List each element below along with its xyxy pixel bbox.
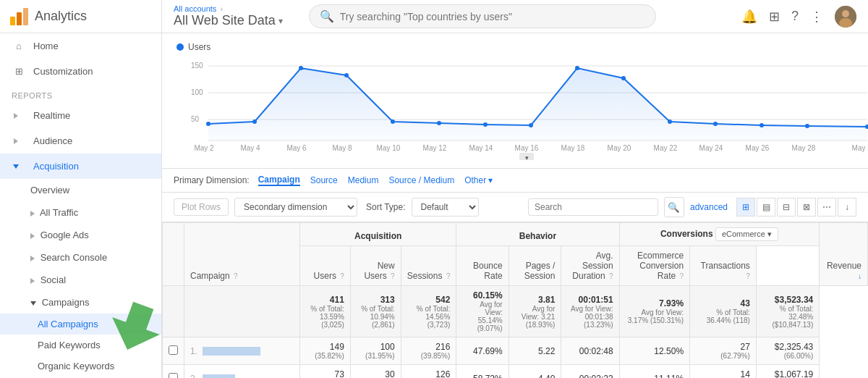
- secondary-dimension-select[interactable]: Secondary dimension: [234, 198, 357, 217]
- sort-type-select[interactable]: Default: [412, 198, 479, 217]
- th-users: Users ?: [300, 246, 351, 286]
- breadcrumb: All accounts ›: [174, 4, 286, 13]
- sidebar-item-google-ads[interactable]: Google Ads: [0, 224, 161, 246]
- sidebar-item-all-campaigns[interactable]: All Campaigns: [0, 314, 161, 335]
- th-sessions: Sessions ?: [401, 246, 456, 286]
- qm-new-users[interactable]: ?: [391, 272, 395, 280]
- view-icons: ⊞ ▤ ⊟ ⊠ ⋯ ↓: [736, 198, 856, 217]
- sidebar-item-social[interactable]: Social: [0, 269, 161, 291]
- row2-checkbox[interactable]: [169, 373, 178, 379]
- sidebar-item-audience[interactable]: Audience: [0, 128, 161, 154]
- plot-rows-button[interactable]: Plot Rows: [174, 198, 229, 216]
- chevron-down-icon: [13, 164, 19, 169]
- home-label: Home: [33, 41, 59, 51]
- paid-keywords-label: Paid Keywords: [38, 340, 101, 350]
- row2-bounce: 58.73%: [456, 365, 509, 379]
- grid-view-icon[interactable]: ⊞: [736, 198, 755, 217]
- account-selector[interactable]: All Web Site Data ▾: [174, 13, 283, 28]
- svg-text:May 18: May 18: [561, 144, 585, 152]
- dim-other[interactable]: Other ▾: [464, 175, 493, 185]
- organic-keywords-label: Organic Keywords: [38, 361, 114, 371]
- qm-users[interactable]: ?: [340, 272, 344, 280]
- sidebar-item-paid-keywords[interactable]: Paid Keywords: [0, 335, 161, 356]
- sidebar-item-all-traffic[interactable]: All Traffic: [0, 201, 161, 224]
- th-campaign: Campaign ?: [184, 223, 300, 286]
- customization-label: Customization: [33, 66, 93, 77]
- data-table-wrapper: Campaign ? Acquisition Behavior Conversi…: [162, 222, 868, 378]
- sidebar-item-realtime[interactable]: Realtime: [0, 103, 161, 128]
- qm-sessions[interactable]: ?: [446, 272, 451, 280]
- sidebar-item-overview[interactable]: Overview: [0, 179, 161, 201]
- search-input[interactable]: [340, 11, 645, 22]
- svg-point-25: [713, 122, 718, 126]
- pivot-view-icon[interactable]: ⊟: [777, 198, 796, 217]
- svg-point-24: [668, 119, 672, 124]
- more-icon[interactable]: ⋮: [810, 9, 823, 25]
- svg-rect-1: [17, 12, 22, 25]
- realtime-icon: [12, 113, 26, 119]
- row1-avg-session: 00:02:48: [561, 337, 619, 365]
- th-bounce: Bounce Rate: [456, 246, 509, 286]
- chevron-right-ads: [30, 233, 35, 239]
- reports-section-label: REPORTS: [0, 84, 161, 103]
- qm-avg[interactable]: ?: [609, 272, 613, 280]
- dim-source[interactable]: Source: [310, 175, 338, 185]
- ecommerce-dropdown[interactable]: eCommerce ▾: [715, 227, 778, 241]
- search-bar[interactable]: 🔍: [309, 4, 656, 28]
- qm-transactions[interactable]: ?: [746, 272, 750, 280]
- audience-icon: [12, 138, 26, 144]
- help-icon[interactable]: ?: [791, 9, 799, 24]
- sidebar-item-search-console[interactable]: Search Console: [0, 246, 161, 269]
- sidebar-item-campaigns[interactable]: Campaigns: [0, 291, 161, 314]
- sort-desc-icon[interactable]: ↓: [858, 272, 861, 280]
- row2-checkbox-cell[interactable]: [163, 365, 184, 379]
- chevron-right-icon2: [14, 138, 18, 144]
- data-table: Campaign ? Acquisition Behavior Conversi…: [162, 222, 868, 378]
- th-acquisition-group: Acquisition: [300, 223, 456, 246]
- table-search-input[interactable]: [528, 198, 658, 216]
- search-button[interactable]: 🔍: [664, 197, 684, 217]
- row1-campaign-bar: [203, 347, 260, 356]
- lifetime-view-icon[interactable]: ⋯: [817, 198, 836, 217]
- sidebar-item-home[interactable]: ⌂ Home: [0, 33, 161, 59]
- avatar[interactable]: [835, 6, 856, 28]
- total-transactions: 43 % of Total: 36.44% (118): [690, 286, 757, 337]
- social-label: Social: [41, 274, 66, 285]
- bar-view-icon[interactable]: ▤: [757, 198, 775, 217]
- table-total-row: 411 % of Total: 13.59% (3,025) 313 % of …: [163, 286, 868, 337]
- apps-icon[interactable]: ⊞: [769, 9, 780, 25]
- svg-point-15: [252, 119, 257, 124]
- row2-ecommerce: 11.11%: [619, 365, 689, 379]
- svg-point-21: [529, 123, 533, 127]
- compare-view-icon[interactable]: ⊠: [797, 198, 816, 217]
- sidebar-item-organic-keywords[interactable]: Organic Keywords: [0, 356, 161, 377]
- dim-campaign[interactable]: Campaign: [258, 175, 300, 186]
- dim-medium[interactable]: Medium: [348, 175, 379, 185]
- svg-rect-0: [10, 17, 15, 25]
- breadcrumb-link[interactable]: All accounts: [174, 4, 216, 13]
- download-icon[interactable]: ↓: [838, 198, 856, 217]
- sidebar-item-customization[interactable]: ⊞ Customization: [0, 59, 161, 84]
- audience-label: Audience: [33, 135, 72, 146]
- sidebar-item-acquisition[interactable]: Acquisition: [0, 154, 161, 179]
- notifications-icon[interactable]: 🔔: [741, 9, 757, 25]
- th-transactions: Transactions ?: [690, 246, 757, 286]
- th-checkbox: [163, 223, 184, 286]
- all-traffic-label: All Traffic: [40, 207, 78, 218]
- overview-label: Overview: [30, 185, 69, 196]
- home-icon: ⌂: [12, 41, 26, 51]
- row2-revenue: $1,067.19 (30.29%): [756, 365, 819, 379]
- dim-source-medium[interactable]: Source / Medium: [388, 175, 454, 185]
- total-checkbox-cell: [163, 286, 184, 337]
- row1-checkbox[interactable]: [169, 345, 178, 355]
- row1-users: 149 (35.82%): [300, 337, 351, 365]
- question-mark-campaign[interactable]: ?: [234, 272, 238, 280]
- svg-text:May 26: May 26: [746, 144, 770, 152]
- row1-campaign-cell: 1.: [184, 337, 300, 365]
- th-avg-session: Avg. Session Duration ?: [561, 246, 619, 286]
- customization-icon: ⊞: [12, 66, 26, 77]
- row1-num: 1.: [190, 346, 197, 356]
- advanced-link[interactable]: advanced: [690, 202, 728, 212]
- qm-ecommerce[interactable]: ?: [680, 272, 684, 280]
- row1-checkbox-cell[interactable]: [163, 337, 184, 365]
